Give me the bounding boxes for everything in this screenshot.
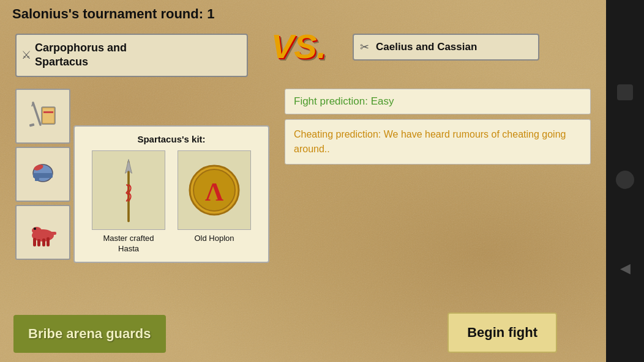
phone-square-button[interactable] (617, 84, 633, 100)
right-team-box: ✂ Caelius and Cassian (353, 34, 539, 61)
cheat-prediction-text: Cheating prediction: We have heard rumou… (294, 129, 566, 154)
kit-title: Spartacus's kit: (82, 134, 261, 144)
bribe-arena-guards-button[interactable]: Bribe arena guards (13, 315, 166, 353)
shield-label: Old Hoplon (194, 234, 234, 244)
svg-rect-2 (43, 111, 53, 113)
svg-rect-13 (37, 239, 40, 246)
kit-items-container: Master crafted Hasta Λ Old Hoplon (82, 150, 261, 254)
svg-point-17 (34, 227, 36, 230)
fight-prediction-text: Fight prediction: Easy (294, 95, 394, 107)
svg-rect-8 (35, 175, 39, 181)
svg-rect-5 (29, 124, 35, 127)
icon-cell-helmet[interactable] (15, 147, 70, 202)
gladiator-icons-grid (15, 89, 70, 260)
spear-svg (116, 157, 141, 224)
icon-cell-horse[interactable] (15, 205, 70, 260)
vs-text: VS. (256, 29, 342, 64)
sword-shield-icon (24, 98, 61, 135)
svg-rect-14 (42, 238, 45, 246)
kit-popup: Spartacus's kit: Master crafted Hasta (73, 125, 269, 263)
svg-line-4 (32, 103, 33, 106)
cheat-prediction-box: Cheating prediction: We have heard rumou… (285, 119, 591, 164)
vs-area: VS. (256, 29, 342, 64)
icon-cell-sword[interactable] (15, 89, 70, 144)
phone-side-panel: ◀ (606, 0, 644, 362)
sword-icon: ⚔ (21, 48, 31, 62)
begin-fight-button[interactable]: Begin fight (447, 312, 557, 353)
kit-item-shield: Λ Old Hoplon (174, 150, 254, 254)
info-panel: Fight prediction: Easy Cheating predicti… (285, 89, 591, 164)
svg-text:Λ: Λ (205, 178, 223, 206)
spear-image (92, 150, 165, 230)
phone-circle-button[interactable] (616, 171, 634, 189)
shield-image: Λ (178, 150, 251, 230)
phone-back-button[interactable]: ◀ (616, 259, 634, 278)
left-team-name: Carpophorus and Spartacus (35, 41, 238, 70)
svg-line-3 (33, 103, 40, 125)
left-team-box: ⚔ Carpophorus and Spartacus (15, 34, 248, 77)
horse-icon (24, 216, 61, 249)
spear-label: Master crafted Hasta (103, 234, 154, 254)
helmet-icon (26, 158, 60, 191)
fight-prediction-box: Fight prediction: Easy (285, 89, 591, 114)
page-title: Salonius's tournament round: 1 (12, 6, 214, 22)
svg-rect-15 (47, 237, 50, 246)
svg-rect-12 (33, 238, 36, 246)
right-team-name: Caelius and Cassian (376, 41, 530, 53)
main-area: Salonius's tournament round: 1 ⚔ Carpoph… (0, 0, 606, 362)
kit-item-spear: Master crafted Hasta (89, 150, 168, 254)
svg-point-11 (32, 227, 42, 234)
scissors-icon: ✂ (360, 40, 369, 54)
svg-rect-1 (43, 108, 54, 123)
svg-rect-16 (50, 232, 56, 235)
shield-svg: Λ (187, 163, 242, 218)
